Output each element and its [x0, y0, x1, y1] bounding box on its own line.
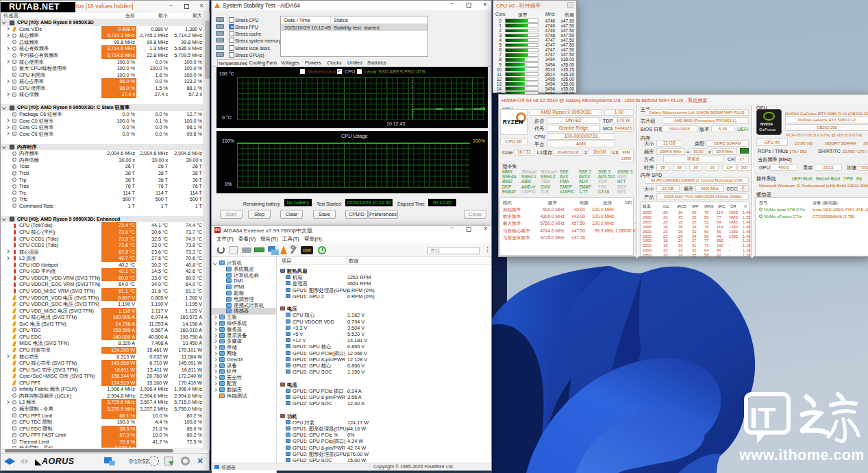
svg-text:www.ithome.com: www.ithome.com — [739, 447, 863, 463]
svg-text:IT: IT — [749, 401, 776, 434]
